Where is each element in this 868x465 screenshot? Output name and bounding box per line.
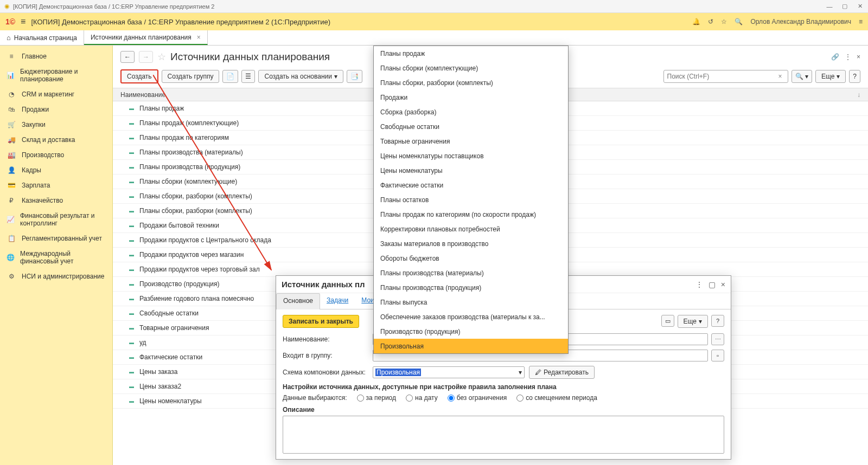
user-name[interactable]: Орлов Александр Владимирович [750,18,851,25]
content-area: ← → ☆ Источники данных планирования 🔗 ⋮ … [113,46,868,465]
dropdown-item[interactable]: Обеспечение заказов производства (матери… [374,309,568,324]
tab-bar: ⌂ Начальная страница Источники данных пл… [0,30,868,46]
dropdown-item[interactable]: Обороты бюджетов [374,251,568,266]
radio-date[interactable]: на дату [406,394,438,402]
save-close-button[interactable]: Записать и закрыть [283,315,359,328]
reports-button[interactable]: 📑 [347,70,362,83]
row-label: Цены заказа2 [139,383,181,390]
dropdown-item[interactable]: Цены номенклатуры [374,163,568,178]
dropdown-item[interactable]: Планы продаж [374,46,568,61]
sidebar-item-7[interactable]: 👤Кадры [0,163,112,178]
sidebar-icon: 📈 [7,216,15,223]
dropdown-item[interactable]: Заказы материалов в производство [374,236,568,251]
sidebar-item-12[interactable]: 🌐Международный финансовый учет [0,246,112,269]
dropdown-item[interactable]: Цены номенклатуры поставщиков [374,148,568,163]
settings-icon[interactable]: ≡ [859,18,863,25]
create-based-button[interactable]: Создать на основании ▾ [258,70,343,83]
star-icon[interactable]: ☆ [721,18,727,25]
scheme-label: Схема компоновки данных: [283,369,368,376]
dropdown-item[interactable]: Произвольная [374,339,568,353]
list-button[interactable]: ☰ [241,70,255,83]
tab-home[interactable]: ⌂ Начальная страница [0,30,84,45]
sidebar-item-13[interactable]: ⚙НСИ и администрирование [0,269,112,284]
dropdown-item[interactable]: Производство (продукция) [374,324,568,339]
dropdown-item[interactable]: Сборка (разборка) [374,105,568,119]
tab-close-icon[interactable]: × [197,34,201,41]
back-button[interactable]: ← [120,51,135,63]
sort-icon[interactable]: ↓ [857,91,860,99]
dialog-box-button[interactable]: ▭ [661,315,674,327]
sidebar-item-6[interactable]: 🏭Производство [0,147,112,163]
dialog-maximize-icon[interactable]: ▢ [709,280,716,289]
radio-unlimited[interactable]: без ограничения [448,394,507,402]
row-marker-icon: ▬ [129,369,134,374]
group-ext-button[interactable]: ▫ [711,350,724,361]
dialog-tab-tasks[interactable]: Задачи [320,293,355,309]
sidebar-item-9[interactable]: ₽Казначейство [0,193,112,208]
search-input[interactable]: × [663,70,788,83]
search-button[interactable]: 🔍 ▾ [792,70,812,83]
sidebar-item-4[interactable]: 🛒Закупки [0,117,112,132]
tab-current-label: Источники данных планирования [91,34,192,41]
more-menu-icon[interactable]: ⋮ [845,53,851,61]
sidebar-label: Производство [22,151,64,159]
row-marker-icon: ▬ [129,237,134,243]
sidebar-icon: 👤 [7,166,16,174]
row-label: Свободные остатки [139,309,199,317]
sidebar-item-5[interactable]: 🚚Склад и доставка [0,132,112,147]
sidebar-item-2[interactable]: ◔CRM и маркетинг [0,87,112,102]
dropdown-item[interactable]: Планы сборки (комплектующие) [374,61,568,75]
copy-button[interactable]: 📄 [222,70,238,83]
radio-offset[interactable]: со смещением периода [516,394,597,402]
sidebar-item-3[interactable]: 🛍Продажи [0,102,112,117]
dropdown-item[interactable]: Свободные остатки [374,119,568,134]
row-marker-icon: ▬ [129,354,134,360]
create-group-button[interactable]: Создать группу [162,70,220,83]
dropdown-item[interactable]: Планы продаж по категориям (по скорости … [374,207,568,222]
edit-scheme-button[interactable]: 🖉 Редактировать [529,366,595,379]
bell-icon[interactable]: 🔔 [692,18,700,25]
favorite-star-icon[interactable]: ☆ [157,51,166,63]
dialog-menu-icon[interactable]: ⋮ [695,280,703,289]
dropdown-item[interactable]: Фактические остатки [374,178,568,192]
forward-button[interactable]: → [139,51,153,63]
window-maximize-button[interactable]: ▢ [841,3,848,10]
scheme-select[interactable]: Произвольная ▾ [373,366,525,378]
search-icon[interactable]: 🔍 [735,18,743,25]
create-button[interactable]: Создать [120,69,158,83]
name-ext-button[interactable]: ⋯ [711,333,724,345]
sidebar-item-1[interactable]: 📊Бюджетирование и планирование [0,64,112,87]
sidebar-item-8[interactable]: 💳Зарплата [0,178,112,193]
tab-home-label: Начальная страница [14,34,77,42]
sidebar-item-10[interactable]: 📈Финансовый результат и контроллинг [0,208,112,231]
window-close-button[interactable]: ✕ [856,3,864,10]
dialog-more-button[interactable]: Еще ▾ [678,315,708,328]
clear-search-icon[interactable]: × [776,73,784,80]
link-icon[interactable]: 🔗 [831,53,839,61]
dropdown-item[interactable]: Товарные ограничения [374,134,568,148]
dropdown-item[interactable]: Планы выпуска [374,295,568,309]
menu-icon[interactable]: ≡ [21,17,25,27]
help-button[interactable]: ? [849,70,860,83]
radio-group-label: Данные выбираются: [283,394,347,402]
dialog-help-button[interactable]: ? [711,315,724,327]
radio-period[interactable]: за период [357,394,396,402]
sidebar-item-0[interactable]: ≡Главное [0,49,112,64]
dropdown-item[interactable]: Планы производства (продукция) [374,280,568,295]
dropdown-item[interactable]: Планы сборки, разборки (комплекты) [374,75,568,90]
description-textarea[interactable] [283,416,724,454]
dropdown-item[interactable]: Планы производства (материалы) [374,266,568,280]
dropdown-item[interactable]: Планы остатков [374,192,568,207]
window-minimize-button[interactable]: — [826,3,833,10]
sidebar-item-11[interactable]: 📋Регламентированный учет [0,231,112,246]
more-button[interactable]: Еще ▾ [815,70,846,83]
dialog-tab-main[interactable]: Основное [276,293,320,309]
dialog-close-icon[interactable]: × [721,280,725,289]
tab-current[interactable]: Источники данных планирования × [84,30,208,45]
history-icon[interactable]: ↺ [708,18,713,25]
search-field[interactable] [667,73,776,80]
sidebar-label: Склад и доставка [22,136,75,144]
dropdown-item[interactable]: Корректировки плановых потребностей [374,222,568,236]
page-close-icon[interactable]: × [857,53,860,61]
dropdown-item[interactable]: Продажи [374,90,568,105]
